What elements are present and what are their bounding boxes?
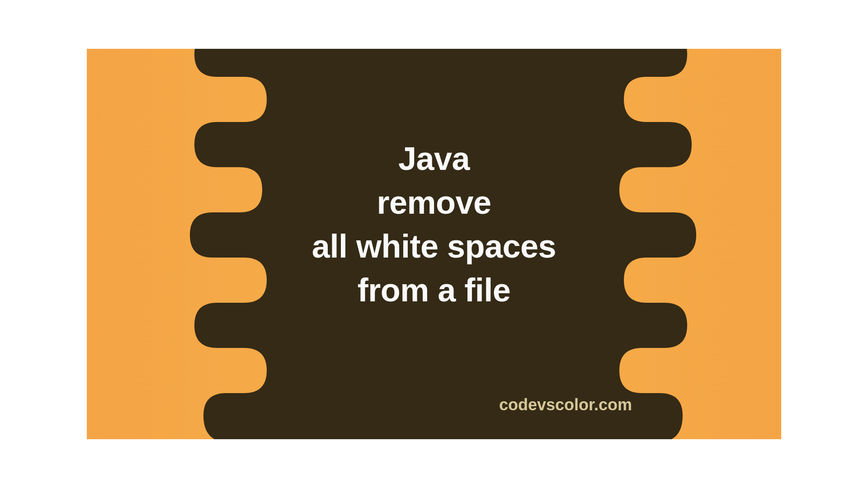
title-container: Java remove all white spaces from a file bbox=[87, 136, 781, 312]
title-line-1: Java bbox=[87, 136, 781, 180]
banner-graphic: Java remove all white spaces from a file… bbox=[87, 49, 781, 439]
title-text: Java remove all white spaces from a file bbox=[87, 136, 781, 312]
title-line-2: remove bbox=[87, 181, 781, 225]
credit-text: codevscolor.com bbox=[499, 395, 632, 414]
title-line-3: all white spaces bbox=[87, 225, 781, 268]
title-line-4: from a file bbox=[87, 268, 781, 312]
